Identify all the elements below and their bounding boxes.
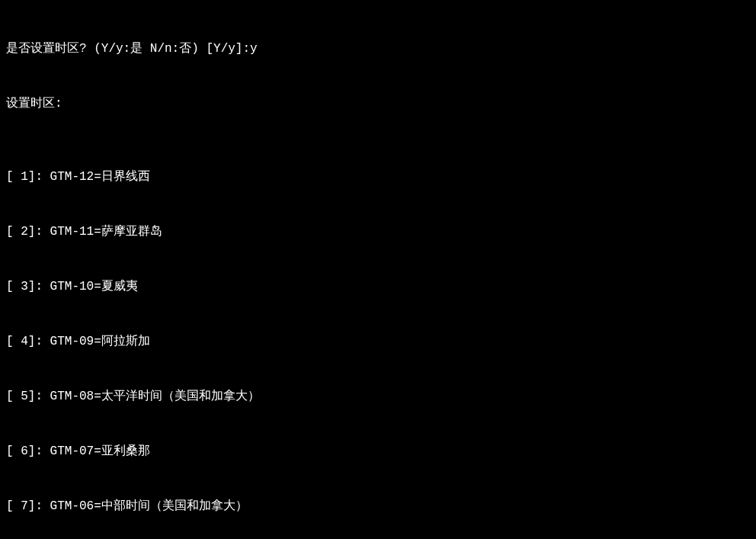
timezone-option: [ 1]: GTM-12=日界线西: [6, 168, 750, 186]
timezone-option: [ 3]: GTM-10=夏威夷: [6, 278, 750, 296]
timezone-option: [ 5]: GTM-08=太平洋时间（美国和加拿大）: [6, 387, 750, 406]
timezone-confirm-prompt: 是否设置时区? (Y/y:是 N/n:否) [Y/y]:y: [6, 40, 750, 58]
timezone-option: [ 4]: GTM-09=阿拉斯加: [6, 332, 750, 351]
terminal[interactable]: 是否设置时区? (Y/y:是 N/n:否) [Y/y]:y 设置时区: [ 1]…: [6, 3, 750, 539]
timezone-option: [ 6]: GTM-07=亚利桑那: [6, 442, 750, 460]
timezone-list-header: 设置时区:: [6, 95, 750, 113]
timezone-option: [ 2]: GTM-11=萨摩亚群岛: [6, 223, 750, 241]
timezone-option: [ 7]: GTM-06=中部时间（美国和加拿大）: [6, 497, 750, 515]
